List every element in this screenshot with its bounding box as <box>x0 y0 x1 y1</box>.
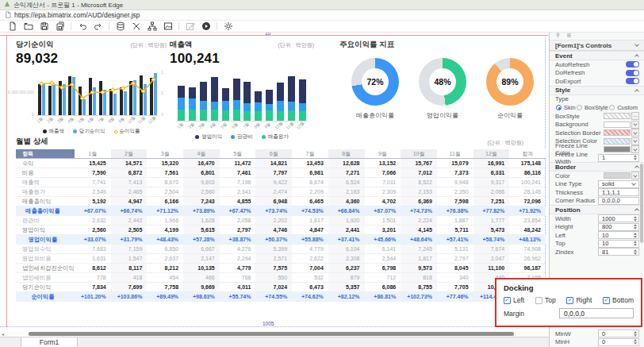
spinner-arrows-icon[interactable] <box>634 155 637 160</box>
bar-segment <box>189 110 196 121</box>
toolbar-settings-button[interactable] <box>223 21 233 32</box>
prop-control[interactable]: 1,1,1,1 <box>598 188 639 196</box>
toolbar-run-button[interactable] <box>201 21 211 32</box>
dropdown-button[interactable] <box>631 121 639 129</box>
prop-control[interactable]: 10 <box>598 231 639 239</box>
spinner-input[interactable]: 1000 <box>598 214 639 222</box>
prop-control[interactable]: 81 <box>598 248 639 256</box>
prop-control[interactable] <box>626 78 639 84</box>
tab-form1[interactable]: Form1 <box>21 337 78 347</box>
prop-control[interactable]: 10 <box>598 240 639 248</box>
dropdown-button[interactable] <box>631 129 639 137</box>
spinner-arrows-icon[interactable] <box>634 339 637 345</box>
prop-control[interactable] <box>604 172 639 179</box>
table-cell: 2,474 <box>255 187 292 197</box>
toolbar-save-button[interactable] <box>39 21 49 32</box>
style-type-radios: SkinBoxStyleCustom <box>550 103 644 112</box>
prop-control[interactable]: 0 <box>598 338 639 346</box>
color-swatch[interactable] <box>604 146 631 152</box>
toolbar-tools-button[interactable] <box>131 21 141 32</box>
prop-dorefresh: DoRefresh <box>550 69 644 78</box>
prop-control[interactable]: 0 <box>598 330 639 337</box>
spinner-arrows-icon[interactable] <box>634 331 637 337</box>
url-bar[interactable]: https://epa.bimatrix.com/AUD/designer.js… <box>0 10 644 21</box>
spinner-arrows-icon[interactable] <box>634 233 637 238</box>
margin-input[interactable]: 0,0,0,0 <box>559 308 634 318</box>
checkbox-icon[interactable]: ✓ <box>504 297 511 304</box>
dropdown-button[interactable] <box>631 145 639 153</box>
toolbar-open-folder-button[interactable] <box>23 21 33 32</box>
toolbar-save-all-button[interactable] <box>55 21 65 32</box>
text-input[interactable]: 1,1,1,1 <box>598 188 639 196</box>
spinner-input[interactable]: 10 <box>598 240 639 248</box>
toggle-on[interactable] <box>626 70 639 76</box>
toolbar-undo-button[interactable] <box>77 21 87 32</box>
prop-control[interactable] <box>604 129 639 137</box>
toolbar-data-source-button[interactable] <box>115 21 125 32</box>
color-swatch[interactable] <box>604 172 631 179</box>
section-header-event[interactable]: Event <box>550 51 644 60</box>
save-all-icon <box>56 21 65 31</box>
spinner-input[interactable]: 0 <box>598 330 639 337</box>
radio-icon <box>609 105 615 110</box>
color-swatch[interactable] <box>604 129 631 136</box>
toolbar-media-button[interactable] <box>163 21 173 32</box>
spinner-input[interactable]: 10 <box>598 231 639 239</box>
checkbox-icon[interactable]: ✓ <box>566 297 573 304</box>
designer-canvas[interactable]: 10 1005 당기순이익 (단위 : 백만원) 89,032 6,000,00… <box>0 33 549 331</box>
prop-control[interactable]: ⋯ <box>604 112 639 120</box>
docking-top-checkbox[interactable]: Top <box>535 296 556 304</box>
color-swatch[interactable] <box>604 113 631 119</box>
spinner-arrows-icon[interactable] <box>634 216 637 222</box>
toggle-on[interactable] <box>626 78 639 84</box>
select-input[interactable]: solid <box>598 180 639 188</box>
prop-control[interactable] <box>626 70 639 76</box>
color-swatch[interactable] <box>604 121 631 128</box>
docking-right-checkbox[interactable]: ✓Right <box>566 296 592 304</box>
prop-control[interactable]: solid <box>598 180 639 188</box>
pin-icon[interactable] <box>555 33 561 40</box>
toolbar-edit-button[interactable] <box>185 21 195 32</box>
radio-boxstyle[interactable]: BoxStyle <box>577 104 608 111</box>
checkbox-icon[interactable]: ✓ <box>603 297 610 304</box>
toolbar-new-document-button[interactable] <box>7 21 17 32</box>
bar-segment <box>299 111 306 121</box>
dropdown-button[interactable] <box>631 137 639 145</box>
scrollbar-thumb[interactable] <box>29 332 514 336</box>
prop-control[interactable] <box>604 145 639 153</box>
section-header-position[interactable]: Position <box>550 205 644 214</box>
sidebar-scrollbar[interactable] <box>640 164 643 243</box>
checkbox-icon[interactable] <box>535 297 542 304</box>
prop-control[interactable]: 1000 <box>598 214 639 222</box>
radio-skin[interactable]: Skin <box>556 104 576 111</box>
controls-dropdown[interactable]: [Form1]'s Controls <box>550 40 644 51</box>
prop-control[interactable]: 1 <box>598 154 639 162</box>
radio-custom[interactable]: Custom <box>609 104 638 111</box>
docking-left-checkbox[interactable]: ✓Left <box>504 296 524 304</box>
ellipsis-button[interactable]: ⋯ <box>631 112 639 120</box>
section-header-style[interactable]: Style <box>550 86 644 95</box>
spinner-arrows-icon[interactable] <box>634 249 637 255</box>
spinner-input[interactable]: 0 <box>598 338 639 346</box>
toolbar-redo-button[interactable] <box>93 21 103 32</box>
spinner-input[interactable]: 1 <box>598 154 639 162</box>
toggle-on[interactable] <box>626 61 639 67</box>
spinner-input[interactable]: 81 <box>598 248 639 256</box>
horizontal-scrollbar[interactable]: ◂ <box>0 331 549 337</box>
spinner-arrows-icon[interactable] <box>634 241 637 246</box>
donut-label: 순이익률 <box>479 111 541 120</box>
scroll-left-arrow-icon[interactable]: ◂ <box>2 331 4 337</box>
text-input[interactable]: 0,0,0,0 <box>598 197 639 205</box>
spinner-arrows-icon[interactable] <box>634 224 637 229</box>
prop-control[interactable]: 800 <box>598 223 639 231</box>
prop-control[interactable]: 0,0,0,0 <box>598 197 639 205</box>
prop-control[interactable] <box>626 61 639 67</box>
prop-control[interactable] <box>604 121 639 129</box>
color-swatch[interactable] <box>604 138 631 145</box>
toolbar-sitemap-button[interactable] <box>147 21 157 32</box>
docking-bottom-checkbox[interactable]: ✓Bottom <box>603 296 634 304</box>
dropdown-button[interactable] <box>631 172 639 179</box>
menu-icon[interactable] <box>566 33 572 40</box>
prop-control[interactable] <box>604 137 639 145</box>
spinner-input[interactable]: 800 <box>598 223 639 231</box>
